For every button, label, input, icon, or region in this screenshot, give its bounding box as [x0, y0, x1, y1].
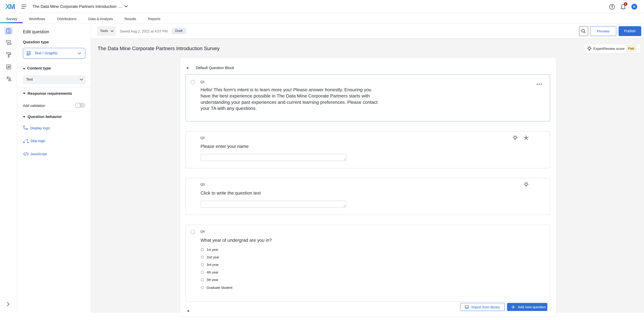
svg-text:XM: XM	[6, 4, 15, 10]
